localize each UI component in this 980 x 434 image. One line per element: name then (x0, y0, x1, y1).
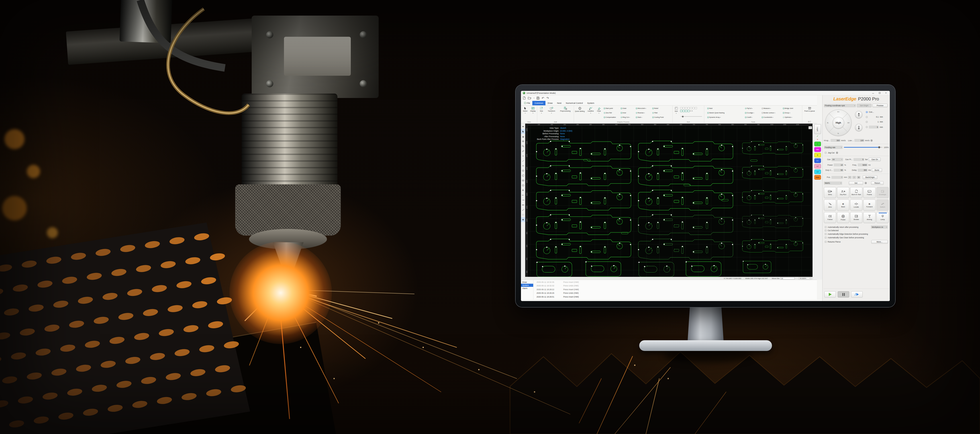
open-file-icon[interactable] (528, 96, 531, 100)
marquee-tool-icon[interactable] (521, 212, 525, 217)
zoom-level-select[interactable]: 49.838%▾ (799, 277, 811, 280)
move-dis-input[interactable]: 10 (780, 277, 795, 280)
dry-run-button[interactable]: Dry Run (837, 187, 849, 198)
bowtie-tool-icon[interactable] (521, 202, 525, 207)
group-item[interactable]: Group▾ (783, 112, 790, 114)
outer-item[interactable]: Outer (621, 107, 627, 109)
relief-item[interactable]: Relief (652, 107, 658, 109)
prev-icon[interactable]: « (690, 110, 691, 112)
dimension-v-tool-icon[interactable] (521, 197, 525, 202)
rectangle-tool-icon[interactable] (521, 178, 525, 183)
zoom-tool-icon[interactable] (521, 144, 525, 148)
select-tool-icon[interactable] (521, 129, 525, 134)
edge-detection-option[interactable]: Automatically Edge Detection before proc… (825, 233, 868, 235)
magic-wand-tool-icon[interactable] (521, 207, 525, 212)
ring-cut-item[interactable]: Ring Cut▾ (621, 116, 630, 118)
gas-type-select[interactable]: Air▾ (832, 158, 843, 161)
leadline-button[interactable]: Leadline▾ (587, 107, 595, 114)
cut-selected-checkbox[interactable] (825, 230, 827, 231)
push-to-queue-button[interactable]: Push to queue (803, 107, 816, 112)
nesting-canvas[interactable]: #cadsvg use{fill:none;stroke:#2db42d;str… (528, 126, 813, 277)
collapse-panel-button[interactable]: << (808, 126, 812, 129)
cut-selected-option[interactable]: Cut Selected (825, 229, 838, 232)
mark-set-button[interactable]: Set (849, 181, 863, 185)
pos-target-button[interactable] (857, 176, 861, 179)
step-continuous[interactable]: Con... (866, 111, 874, 113)
save-icon[interactable] (536, 97, 539, 100)
set-origin-button[interactable]: Set Origin (857, 104, 872, 107)
resume-pierce-checkbox[interactable] (825, 241, 827, 243)
inner-item[interactable]: Inner (621, 112, 626, 114)
layer-button[interactable]: Layer (814, 124, 821, 134)
select-button[interactable]: Select▾ (522, 107, 529, 114)
new-file-icon[interactable] (523, 96, 526, 100)
zero-ref-item[interactable]: Zero Ref (604, 112, 612, 114)
measure-tool-icon[interactable] (521, 148, 525, 153)
co-edge-item[interactable]: Co-edge▾ (745, 112, 754, 114)
polygon-tool-icon[interactable] (521, 183, 525, 188)
polyline-tool-icon[interactable] (521, 163, 525, 168)
redo-icon[interactable]: ↷ (546, 96, 549, 100)
open-dropdown-icon[interactable]: ▾ (534, 97, 535, 99)
measure-item[interactable]: Measure▾ (762, 107, 771, 109)
power-button[interactable]: W Power (837, 212, 849, 223)
feeding-rate-select[interactable]: Feeding rate▾ (824, 146, 843, 149)
layer-chip-S[interactable]: S (814, 153, 821, 157)
sort-mode-icons-row2[interactable]: « » (680, 110, 693, 112)
step-1[interactable]: 1mm (866, 121, 883, 123)
next-icon[interactable]: » (692, 110, 693, 112)
tab-common[interactable]: Common (532, 101, 546, 105)
auto-return-option[interactable]: Automatically return after processing Wo… (825, 225, 889, 229)
log-tab-system[interactable]: System (521, 284, 533, 287)
arc-tool-icon[interactable] (521, 173, 525, 178)
circle-tool-icon[interactable] (521, 168, 525, 173)
point-tool-icon[interactable] (521, 153, 525, 158)
microjoint-item[interactable]: MicroJoint▾ (636, 107, 646, 109)
start-button[interactable] (824, 291, 836, 297)
frame-button[interactable]: Frame (863, 187, 875, 198)
delay-input[interactable]: 300 (858, 169, 867, 172)
start-point-item[interactable]: Start point (604, 107, 613, 109)
jog-cut-gear-icon[interactable] (836, 151, 838, 154)
preview-button[interactable]: Preview (872, 104, 888, 107)
jog-y-minus[interactable]: Y- (837, 132, 839, 135)
size-button[interactable]: Size▾ (538, 107, 545, 114)
pos-minus-button[interactable]: − (853, 176, 856, 179)
compensation-item[interactable]: Compensation (604, 116, 616, 118)
snap-origin-tool-icon[interactable] (521, 217, 525, 222)
move-tool-icon[interactable] (521, 139, 525, 144)
jog-speed-toggle[interactable]: High (832, 117, 844, 129)
step-5-input[interactable]: 5 (869, 126, 879, 129)
text-tool-icon[interactable]: A (521, 188, 525, 192)
follow-button[interactable]: Follow (824, 212, 836, 223)
coordinate-system-select[interactable]: Floating coordinate syst▾ (824, 104, 856, 107)
quick-setting-button[interactable]: 1 Quick Setting (575, 107, 585, 112)
duty-input[interactable]: 50 (834, 169, 843, 172)
pos-plus-button[interactable]: + (848, 176, 851, 179)
layer-chip-Mark[interactable]: Mark (814, 175, 821, 180)
display-button[interactable]: Display▾ (529, 107, 537, 114)
jog-x-plus[interactable]: X+ (848, 122, 850, 124)
preprocessing-button[interactable]: Preprocessing (558, 107, 573, 112)
locate-button[interactable]: Locate (850, 200, 862, 211)
close-icon[interactable]: × (885, 92, 887, 94)
pan-tool-icon[interactable] (521, 134, 525, 139)
envelope-button[interactable]: Envelope (877, 187, 889, 198)
sort-slider-knob[interactable] (682, 116, 684, 118)
sort-mode-icons-row1[interactable] (680, 107, 697, 109)
z-up-button[interactable] (855, 111, 862, 118)
more-button[interactable]: More... (871, 240, 888, 243)
burst-button[interactable]: Burst (872, 169, 882, 172)
edge-detection-checkbox[interactable] (825, 233, 827, 235)
back-button[interactable]: « Back (837, 200, 849, 211)
forward-button[interactable]: » Forward (863, 200, 875, 211)
low-speed-input[interactable]: 100 (854, 139, 864, 142)
pos-input[interactable]: 0 (832, 176, 843, 179)
layer-chip-L1[interactable]: L1 (814, 158, 821, 163)
tab-draw[interactable]: Draw (546, 101, 555, 105)
nest-item[interactable]: Nest (707, 107, 713, 109)
layer-cross-icon[interactable]: × (817, 138, 818, 141)
lamp-button[interactable]: Lamp (877, 212, 889, 223)
gas-pressure-input[interactable]: 5 (853, 158, 864, 161)
hi-speed-input[interactable]: 300 (830, 139, 840, 142)
